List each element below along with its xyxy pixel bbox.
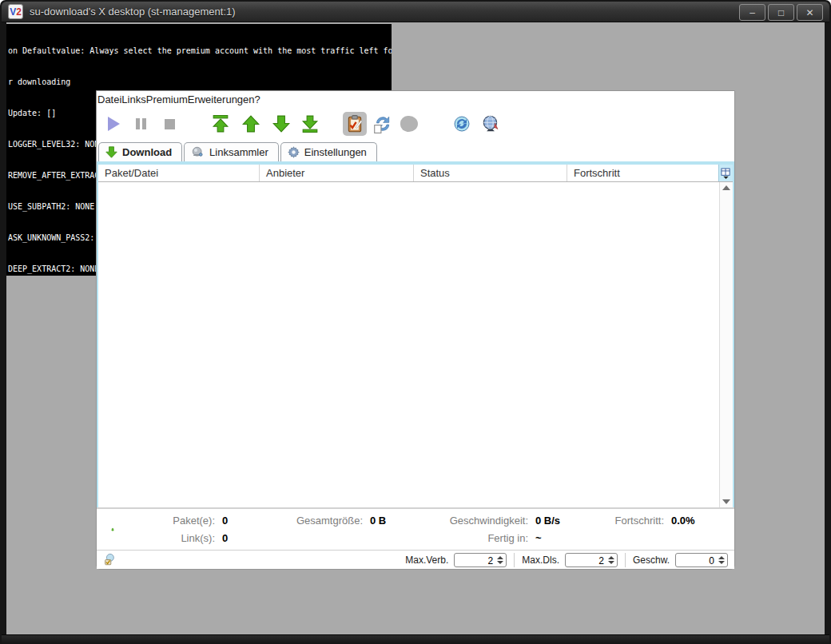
- menu-links[interactable]: Links: [121, 93, 145, 105]
- download-status-icon: [111, 519, 114, 541]
- clipboard-reload-icon: [372, 114, 392, 133]
- max-dls-label: Max.Dls.: [522, 555, 559, 566]
- move-up-button[interactable]: [241, 113, 261, 134]
- status-links: Link(s): 0: [135, 532, 279, 544]
- terminal-line: on Defaultvalue: Always select the premi…: [8, 46, 392, 56]
- speed-limit-group: Geschw. 0: [625, 553, 728, 567]
- vnc-viewer-window: V2 su-download's X desktop (st-managemen…: [0, 0, 831, 644]
- spinner-up-icon[interactable]: [497, 556, 503, 559]
- window-title: su-download's X desktop (st-management:1…: [30, 6, 236, 18]
- menu-premium[interactable]: Premium: [146, 93, 188, 105]
- window-frame-bottom: [2, 634, 829, 644]
- remote-desktop: on Defaultvalue: Always select the premi…: [6, 22, 825, 634]
- status-fortschritt: Fortschritt: 0.0%: [598, 515, 734, 527]
- table-body-empty[interactable]: [98, 182, 719, 507]
- spinner-down-icon[interactable]: [608, 561, 614, 564]
- webinterface-globe-icon: [481, 114, 500, 133]
- start-downloads-button[interactable]: [103, 113, 124, 134]
- menubar: Datei Links Premium Erweiterungen ?: [97, 91, 734, 107]
- tab-download[interactable]: Download: [98, 142, 182, 161]
- jdownloader-window: Datei Links Premium Erweiterungen ?: [96, 90, 735, 570]
- minimize-button[interactable]: –: [739, 4, 765, 21]
- scroll-up-icon[interactable]: [722, 185, 730, 190]
- move-down-icon: [272, 115, 290, 133]
- spinner-down-icon[interactable]: [497, 561, 503, 564]
- download-tab-icon: [105, 146, 117, 158]
- play-icon: [108, 117, 120, 131]
- max-verb-label: Max.Verb.: [405, 555, 448, 566]
- menu-erweiterungen[interactable]: Erweiterungen: [188, 93, 255, 105]
- pause-downloads-button[interactable]: [130, 113, 151, 134]
- column-config-icon: [721, 168, 731, 179]
- table-header: Paket/Datei Anbieter Status Fortschritt: [98, 165, 733, 182]
- tab-linksammler[interactable]: Linksammler: [184, 142, 279, 161]
- download-table: Paket/Datei Anbieter Status Fortschritt: [97, 161, 734, 507]
- webinterface-button[interactable]: [480, 113, 501, 134]
- max-connections-spinner[interactable]: 2: [454, 553, 507, 567]
- merge-packages-button[interactable]: [399, 113, 419, 134]
- maximize-button[interactable]: □: [768, 4, 794, 21]
- max-connections-group: Max.Verb. 2: [405, 553, 507, 567]
- linksammler-icon: [191, 146, 205, 158]
- close-button[interactable]: ✕: [797, 4, 823, 21]
- terminal-line: r downloading: [8, 77, 392, 87]
- gear-icon: [288, 146, 300, 158]
- column-header-status[interactable]: Status: [414, 165, 567, 181]
- status-fertig-in: Fertig in: ~: [431, 532, 598, 544]
- clipboard-reload-button[interactable]: [372, 113, 392, 134]
- status-bar: Paket(e): 0 Gesamtgröße: 0 B Geschwindig…: [97, 507, 734, 550]
- clipboard-icon: [345, 114, 364, 133]
- status-gesamtgroesse: Gesamtgröße: 0 B: [279, 515, 431, 527]
- stop-downloads-button[interactable]: [159, 113, 180, 134]
- reconnect-status-icon[interactable]: [103, 553, 116, 566]
- menu-datei[interactable]: Datei: [97, 93, 121, 105]
- max-downloads-spinner[interactable]: 2: [565, 553, 618, 567]
- move-to-top-button[interactable]: [210, 113, 231, 134]
- vertical-scrollbar[interactable]: [719, 182, 733, 507]
- column-config-button[interactable]: [718, 165, 733, 181]
- column-header-fortschritt[interactable]: Fortschritt: [567, 165, 718, 181]
- toolbar: [97, 107, 734, 141]
- tab-einstellungen[interactable]: Einstellungen: [280, 142, 377, 161]
- column-header-anbieter[interactable]: Anbieter: [260, 165, 414, 181]
- spinner-up-icon[interactable]: [718, 556, 725, 559]
- max-downloads-group: Max.Dls. 2: [514, 553, 618, 567]
- stop-icon: [165, 119, 175, 129]
- spinner-down-icon[interactable]: [718, 561, 725, 564]
- move-to-bottom-button[interactable]: [300, 113, 320, 134]
- bottom-bar: Max.Verb. 2 Max.Dls. 2 Geschw.: [97, 550, 734, 569]
- scroll-down-icon[interactable]: [722, 499, 730, 504]
- menu-hilfe[interactable]: ?: [255, 93, 260, 105]
- tab-bar: Download Linksammler E: [97, 141, 734, 161]
- clipboard-observer-button[interactable]: [343, 112, 367, 136]
- titlebar[interactable]: V2 su-download's X desktop (st-managemen…: [2, 2, 829, 22]
- status-geschwindigkeit: Geschwindigkeit: 0 B/s: [431, 515, 598, 527]
- reconnect-button[interactable]: [451, 113, 472, 134]
- reconnect-icon: [453, 115, 471, 133]
- vnc-logo-icon: V2: [8, 4, 23, 19]
- move-down-button[interactable]: [271, 113, 292, 134]
- status-pakete: Paket(e): 0: [135, 515, 279, 527]
- move-to-top-icon: [212, 115, 229, 133]
- spinner-up-icon[interactable]: [608, 556, 614, 559]
- move-to-bottom-icon: [301, 115, 319, 133]
- pause-icon: [136, 118, 146, 129]
- merge-packages-icon: [400, 116, 418, 132]
- move-up-icon: [242, 115, 260, 133]
- geschw-label: Geschw.: [633, 555, 670, 566]
- speed-limit-spinner[interactable]: 0: [675, 553, 728, 567]
- column-header-paket-datei[interactable]: Paket/Datei: [98, 165, 260, 181]
